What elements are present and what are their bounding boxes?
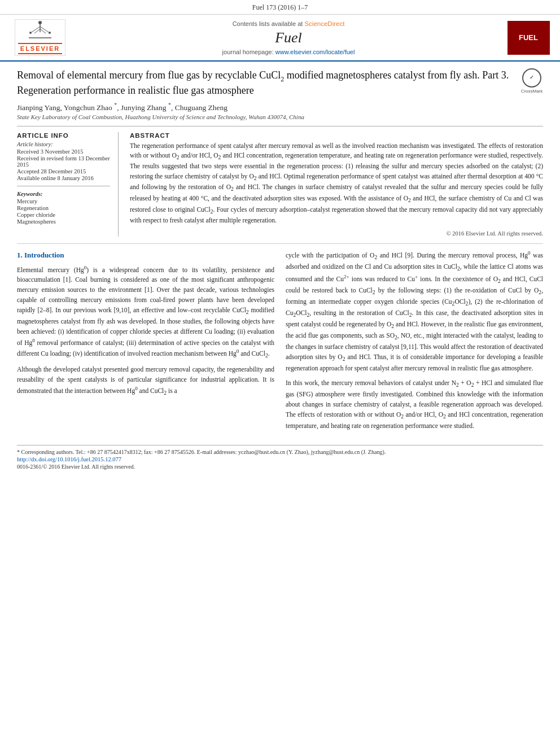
svg-point-6 <box>49 32 51 34</box>
revised-date: Received in revised form 13 December 201… <box>17 155 110 168</box>
keyword-regeneration: Regeneration <box>17 205 110 211</box>
svg-line-5 <box>40 27 49 32</box>
history-label: Article history: <box>17 141 110 147</box>
keywords-label: Keywords: <box>17 191 110 197</box>
keyword-magnetospheres: Magnetospheres <box>17 219 110 225</box>
crossmark-label: CrossMark <box>521 89 543 94</box>
elsevier-tree-icon <box>26 21 54 41</box>
article-title: Removal of elemental mercury from flue g… <box>17 68 514 97</box>
sciencedirect-link[interactable]: ScienceDirect <box>304 20 344 27</box>
info-abstract-section: Article Info Article history: Received 3… <box>17 126 543 237</box>
top-bar: Fuel 173 (2016) 1–7 <box>0 0 560 15</box>
journal-center-info: Contents lists available at ScienceDirec… <box>77 19 500 56</box>
available-date: Available online 8 January 2016 <box>17 175 110 181</box>
article-info-heading: Article Info <box>17 132 110 139</box>
journal-header: ELSEVIER Contents lists available at Sci… <box>0 15 560 62</box>
authors-line: Jianping Yang, Yongchun Zhao *, Junying … <box>17 102 543 112</box>
citation-text: Fuel 173 (2016) 1–7 <box>252 3 308 11</box>
intro-para1: Elemental mercury (Hg0) is a widespread … <box>17 264 274 360</box>
svg-point-2 <box>38 21 42 24</box>
abstract-heading: Abstract <box>130 132 543 139</box>
received-date: Received 3 November 2015 <box>17 148 110 155</box>
accepted-date: Accepted 28 December 2015 <box>17 168 110 174</box>
issn-text: 0016-2361/© 2016 Elsevier Ltd. All right… <box>17 464 543 470</box>
affiliation: State Key Laboratory of Coal Combustion,… <box>17 113 543 120</box>
keyword-mercury: Mercury <box>17 198 110 204</box>
svg-point-4 <box>29 32 32 34</box>
title-section: Removal of elemental mercury from flue g… <box>17 68 543 97</box>
crossmark-badge[interactable]: ✓ CrossMark <box>520 68 543 94</box>
body-left-column: 1. Introduction Elemental mercury (Hg0) … <box>17 250 274 436</box>
abstract-column: Abstract The regeneration performance of… <box>130 132 543 237</box>
elsevier-logo-area: ELSEVIER <box>9 19 71 56</box>
section-divider <box>17 243 543 244</box>
article-body: Removal of elemental mercury from flue g… <box>0 62 560 481</box>
title-main: Removal of elemental mercury from flue g… <box>17 69 509 96</box>
journal-homepage: journal homepage: www.elsevier.com/locat… <box>222 49 355 55</box>
right-para2: In this work, the mercury removal behavi… <box>286 378 543 431</box>
crossmark-icon: ✓ <box>522 68 541 88</box>
fuel-box: FUEL <box>508 21 550 55</box>
journal-name: Fuel <box>275 29 302 46</box>
body-right-column: cycle with the participation of O2 and H… <box>286 250 543 436</box>
intro-para2: Although the developed catalyst presente… <box>17 365 274 397</box>
body-columns: 1. Introduction Elemental mercury (Hg0) … <box>17 250 543 436</box>
footer-notes: * Corresponding authors. Tel.: +86 27 87… <box>17 445 543 470</box>
right-para1: cycle with the participation of O2 and H… <box>286 250 543 374</box>
fuel-journal-logo: FUEL <box>506 19 551 56</box>
svg-line-3 <box>32 27 40 32</box>
copyright-text: © 2016 Elsevier Ltd. All rights reserved… <box>130 230 543 237</box>
fuel-box-title: FUEL <box>513 33 544 42</box>
corresponding-author-note: * Corresponding authors. Tel.: +86 27 87… <box>17 449 543 455</box>
keyword-copper-chloride: Copper chloride <box>17 212 110 218</box>
homepage-url[interactable]: www.elsevier.com/locate/fuel <box>275 49 355 55</box>
intro-heading: 1. Introduction <box>17 250 274 261</box>
article-info-column: Article Info Article history: Received 3… <box>17 132 119 237</box>
abstract-text: The regeneration performance of spent ca… <box>130 141 543 226</box>
doi-link[interactable]: http://dx.doi.org/10.1016/j.fuel.2015.12… <box>17 456 543 462</box>
doi-text: http://dx.doi.org/10.1016/j.fuel.2015.12… <box>17 456 121 462</box>
elsevier-wordmark: ELSEVIER <box>18 43 62 54</box>
contents-available-text: Contents lists available at ScienceDirec… <box>233 20 345 27</box>
